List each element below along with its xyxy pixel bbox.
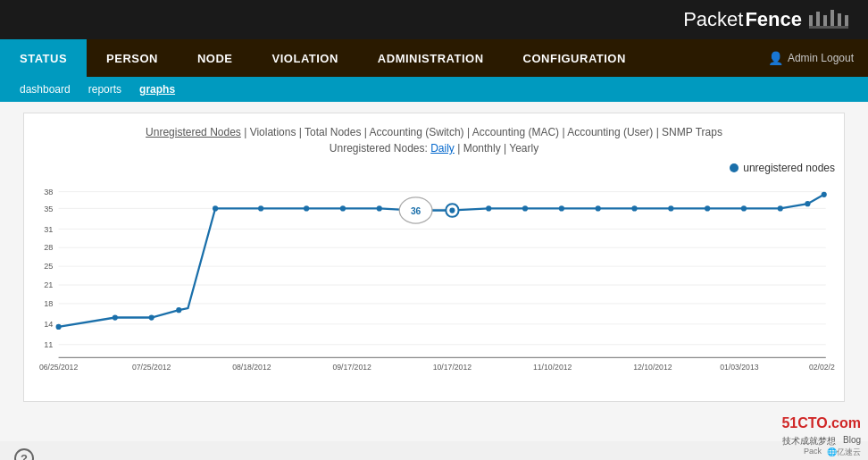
svg-point-30 (258, 205, 263, 211)
logo: PacketFence (683, 8, 854, 31)
logo-packet: Packet (683, 8, 743, 31)
svg-point-45 (805, 201, 810, 206)
svg-rect-1 (816, 12, 820, 28)
graph-link-total[interactable]: Total Nodes (305, 126, 361, 138)
svg-text:35: 35 (44, 204, 53, 213)
svg-point-36 (486, 205, 491, 211)
svg-text:14: 14 (44, 320, 53, 329)
svg-text:09/17/2012: 09/17/2012 (332, 363, 371, 372)
svg-point-37 (522, 205, 528, 211)
graph-link-acct-switch[interactable]: Accounting (Switch) (370, 126, 464, 138)
svg-point-43 (741, 205, 747, 211)
svg-text:12/10/2012: 12/10/2012 (633, 363, 672, 372)
nav-items: STATUS PERSON NODE VIOLATION ADMINISTRAT… (0, 39, 646, 77)
svg-text:07/25/2012: 07/25/2012 (132, 363, 171, 372)
nav-item-status[interactable]: STATUS (0, 39, 87, 77)
sublink-daily[interactable]: Daily (430, 142, 455, 155)
help-icon[interactable]: ? (14, 448, 34, 460)
chart-svg: 38 35 31 28 25 21 18 14 11 (33, 178, 835, 392)
main-nav: STATUS PERSON NODE VIOLATION ADMINISTRAT… (0, 39, 868, 77)
nav-item-configuration[interactable]: CONFIGURATION (504, 39, 646, 77)
subnav: dashboard reports graphs (0, 77, 868, 102)
svg-point-25 (56, 324, 62, 330)
graph-link-acct-user[interactable]: Accounting (User) (567, 126, 653, 138)
nav-item-person[interactable]: PERSON (87, 39, 178, 77)
admin-logout-label: Admin Logout (788, 52, 854, 64)
svg-point-28 (176, 307, 181, 313)
graph-link-violations[interactable]: Violations (250, 126, 296, 138)
main-content: Unregistered Nodes | Violations | Total … (0, 102, 868, 441)
svg-text:31: 31 (44, 224, 53, 233)
subnav-item-graphs[interactable]: graphs (130, 83, 184, 96)
sublink-monthly[interactable]: Monthly (463, 142, 501, 155)
svg-point-46 (822, 192, 827, 197)
logo-icon (807, 8, 854, 31)
sublink-yearly[interactable]: Yearly (509, 142, 538, 155)
legend: unregistered nodes (33, 162, 835, 174)
svg-rect-5 (845, 15, 848, 28)
svg-text:25: 25 (44, 262, 53, 271)
svg-point-50 (449, 207, 455, 213)
svg-text:11/10/2012: 11/10/2012 (533, 363, 572, 372)
svg-point-38 (559, 205, 564, 211)
graph-sublinks: Unregistered Nodes: Daily | Monthly | Ye… (33, 142, 835, 155)
svg-text:36: 36 (411, 206, 421, 216)
svg-rect-0 (809, 15, 813, 28)
svg-point-27 (149, 314, 154, 320)
subnav-item-reports[interactable]: reports (79, 83, 130, 96)
svg-point-42 (705, 205, 710, 211)
graph-link-unreg[interactable]: Unregistered Nodes (146, 126, 241, 138)
svg-text:18: 18 (44, 299, 53, 308)
svg-rect-3 (830, 10, 834, 28)
svg-point-40 (631, 205, 637, 211)
svg-rect-4 (838, 13, 841, 28)
svg-text:11: 11 (44, 340, 53, 349)
svg-point-41 (668, 205, 673, 211)
legend-dot (730, 163, 739, 172)
watermark-logos: Pack🌐亿速云 (804, 447, 861, 458)
legend-label: unregistered nodes (743, 162, 835, 174)
svg-point-31 (304, 205, 309, 211)
svg-text:01/03/2013: 01/03/2013 (720, 363, 759, 372)
sublinks-label: Unregistered Nodes: (330, 142, 430, 155)
graph-link-snmp[interactable]: SNMP Traps (662, 126, 722, 138)
svg-point-44 (778, 205, 783, 211)
graph-links: Unregistered Nodes | Violations | Total … (33, 126, 835, 138)
logo-fence: Fence (745, 8, 802, 31)
svg-text:02/02/20: 02/02/20 (809, 363, 835, 372)
watermark-sub: 技术成就梦想 Blog (782, 435, 861, 447)
svg-point-33 (377, 205, 382, 211)
admin-logout[interactable]: 👤 Admin Logout (768, 51, 868, 65)
nav-item-administration[interactable]: ADMINISTRATION (358, 39, 504, 77)
svg-text:21: 21 (44, 280, 53, 289)
svg-text:10/17/2012: 10/17/2012 (433, 363, 472, 372)
graph-link-acct-mac[interactable]: Accounting (MAC) (472, 126, 559, 138)
nav-item-violation[interactable]: VIOLATION (253, 39, 358, 77)
svg-point-29 (213, 205, 218, 211)
svg-rect-2 (823, 15, 827, 28)
svg-text:38: 38 (44, 188, 53, 197)
nav-item-node[interactable]: NODE (178, 39, 253, 77)
header: PacketFence (0, 0, 868, 39)
subnav-item-dashboard[interactable]: dashboard (11, 83, 79, 96)
svg-rect-6 (809, 26, 848, 29)
svg-text:08/18/2012: 08/18/2012 (232, 363, 271, 372)
svg-point-26 (113, 314, 118, 320)
svg-point-32 (340, 205, 346, 211)
chart-area: 38 35 31 28 25 21 18 14 11 (33, 178, 835, 392)
svg-text:28: 28 (44, 243, 53, 252)
svg-point-39 (596, 205, 601, 211)
admin-icon: 👤 (768, 51, 783, 65)
svg-text:06/25/2012: 06/25/2012 (39, 363, 79, 372)
graph-container: Unregistered Nodes | Violations | Total … (23, 113, 845, 402)
watermark: 51CTO.com (781, 415, 861, 431)
footer: ? (0, 441, 868, 460)
